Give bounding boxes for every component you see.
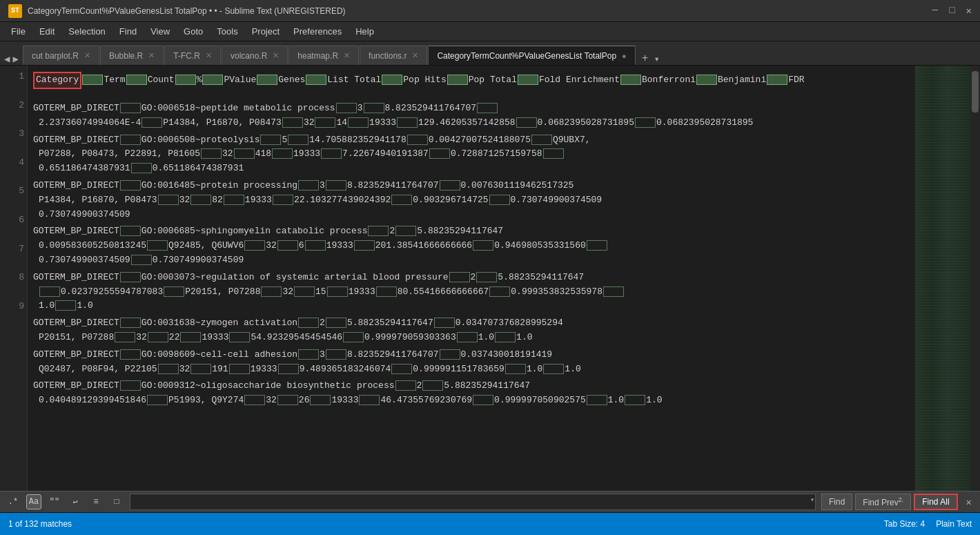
line-num-3: 3 [3,127,24,142]
statusbar: 1 of 132 matches Tab Size: 4 Plain Text [0,513,980,535]
search-close-button[interactable]: ✕ [963,496,974,508]
search-input-wrapper: ▾ [130,494,816,510]
menu-edit[interactable]: Edit [34,25,60,38]
tab-volcano[interactable]: volcano.R ✕ [222,46,288,65]
line-num-1: 1 [3,70,24,84]
menu-file[interactable]: File [6,25,31,38]
menu-selection[interactable]: Selection [63,25,110,38]
code-line-6: GOTERM_BP_DIRECTGO:0003073~regulation of… [33,271,910,313]
regex-toggle-button[interactable]: .* [6,494,21,509]
tab-prev-icon[interactable]: ◀ [3,53,11,65]
titlebar: ST CategoryTermCount%PValueGenesList Tot… [0,0,980,22]
menu-preferences[interactable]: Preferences [288,25,347,38]
tab-label: cut barplot.R [32,51,79,61]
tab-dropdown-button[interactable]: ▾ [651,53,662,65]
minimap-content [915,66,970,491]
in-selection-button[interactable]: ≡ [88,494,104,509]
tab-label: functions.r [369,51,406,61]
tab-label: volcano.R [231,51,267,61]
match-count: 1 of 132 matches [8,519,72,529]
tab-heatmap[interactable]: heatmap.R ✕ [288,46,359,65]
code-line-2: GOTERM_BP_DIRECTGO:0006518~peptide metab… [33,101,910,130]
tab-close-icon[interactable]: ● [622,52,627,60]
tab-next-icon[interactable]: ▶ [11,53,19,65]
wrap-button[interactable]: ↩ [68,494,83,509]
line-num-5: 5 [3,184,24,199]
find-prev-button[interactable]: Find Prev2. [855,494,911,510]
app-icon: ST [8,4,22,18]
tabbar: ◀ ▶ cut barplot.R ✕ Bubble.R ✕ T-FC.R ✕ … [0,41,980,66]
code-line-8: GOTERM_BP_DIRECTGO:0098609~cell-cell adh… [33,348,910,377]
tab-label: CategoryTermCount%PValueGenesList TotalP… [437,51,616,61]
tab-size[interactable]: Tab Size: 4 [884,519,925,529]
minimap [915,66,970,491]
menubar: File Edit Selection Find View Goto Tools… [0,22,980,41]
editor-area: 1 2 3 4 5 6 7 8 9 CategoryTermCount%PVal… [0,66,980,491]
tab-nav[interactable]: ◀ ▶ [3,53,20,65]
line-num-7: 7 [3,242,24,257]
highlight-matches-button[interactable]: □ [109,494,124,509]
tab-label: T-FC.R [173,51,200,61]
menu-help[interactable]: Help [350,25,380,38]
case-sensitive-button[interactable]: Aa [26,494,41,509]
menu-tools[interactable]: Tools [211,25,243,38]
minimize-button[interactable]: ─ [932,5,938,17]
statusbar-left: 1 of 132 matches [8,519,72,529]
search-buttons: Find Find Prev2. Find All [821,494,958,510]
tab-close-icon[interactable]: ✕ [344,51,350,60]
menu-find[interactable]: Find [114,25,142,38]
whole-word-button[interactable]: "" [47,494,62,509]
code-line-4: GOTERM_BP_DIRECTGO:0016485~protein proce… [33,179,910,222]
code-line-3: GOTERM_BP_DIRECTGO:0006508~proteolysis51… [33,133,910,176]
search-bar: .* Aa "" ↩ ≡ □ ▾ Find Find Prev2. Find A… [0,491,980,513]
menu-goto[interactable]: Goto [178,25,208,38]
tab-label: heatmap.R [297,51,338,61]
tab-tfc[interactable]: T-FC.R ✕ [164,46,221,65]
maximize-button[interactable]: □ [949,5,954,17]
tab-cut-barplot[interactable]: cut barplot.R ✕ [23,46,99,65]
scrollbar-thumb[interactable] [972,71,979,113]
find-all-button[interactable]: Find All [914,494,957,510]
titlebar-title: CategoryTermCount%PValueGenesList TotalP… [28,6,346,16]
find-button[interactable]: Find [821,494,852,510]
tab-close-icon[interactable]: ✕ [84,51,90,60]
search-history-dropdown[interactable]: ▾ [810,496,814,504]
line-num-9: 9 [3,300,24,314]
line-num-6: 6 [3,213,24,228]
tab-category-term-count[interactable]: CategoryTermCount%PValueGenesList TotalP… [428,46,635,65]
statusbar-right: Tab Size: 4 Plain Text [884,519,972,529]
titlebar-left: ST CategoryTermCount%PValueGenesList Tot… [8,4,346,18]
vertical-scrollbar[interactable] [970,66,980,491]
new-tab-button[interactable]: + [639,52,651,65]
line-num-4: 4 [3,156,24,171]
tab-close-icon[interactable]: ✕ [273,51,279,60]
code-line-7: GOTERM_BP_DIRECTGO:0031638~zymogen activ… [33,316,910,345]
menu-view[interactable]: View [145,25,175,38]
highlight-category: Category [33,72,81,89]
code-content[interactable]: CategoryTermCount%PValueGenesList TotalP… [28,66,915,491]
code-line-5: GOTERM_BP_DIRECTGO:0006685~sphingomyelin… [33,224,910,267]
line-num-8: 8 [3,271,24,285]
tab-label: Bubble.R [109,51,143,61]
tab-close-icon[interactable]: ✕ [206,51,212,60]
tab-bubble[interactable]: Bubble.R ✕ [100,46,164,65]
line-numbers: 1 2 3 4 5 6 7 8 9 [0,66,28,491]
tab-close-icon[interactable]: ✕ [148,51,155,60]
tab-functions[interactable]: functions.r ✕ [360,46,427,65]
search-input[interactable] [130,494,816,510]
file-type[interactable]: Plain Text [936,519,972,529]
line-num-2: 2 [3,99,24,113]
code-line-1: CategoryTermCount%PValueGenesList TotalP… [33,70,910,99]
code-line-9: GOTERM_BP_DIRECTGO:0009312~oligosacchari… [33,379,910,408]
menu-project[interactable]: Project [246,25,285,38]
tab-close-icon[interactable]: ✕ [412,51,418,60]
close-button[interactable]: ✕ [966,5,972,17]
titlebar-controls[interactable]: ─ □ ✕ [932,5,972,17]
